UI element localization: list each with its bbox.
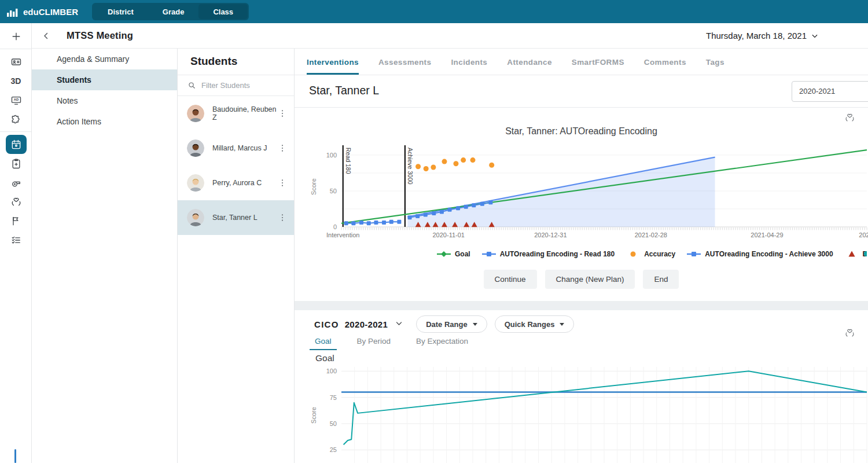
svg-text:Read 180: Read 180 (345, 148, 352, 174)
tab-interventions[interactable]: Interventions (307, 58, 359, 75)
topbar: eduCLIMBER DistrictGradeClass (0, 0, 868, 23)
legend-item-accuracy[interactable]: Accuracy (626, 250, 675, 258)
student-name-heading: Star, Tanner L (309, 84, 379, 97)
continue-button[interactable]: Continue (484, 270, 537, 289)
end-button[interactable]: End (643, 270, 679, 289)
logo-bars-icon (7, 6, 19, 17)
tab-comments[interactable]: Comments (644, 58, 686, 75)
meeting-nav-item-notes[interactable]: Notes (32, 90, 177, 111)
icon-rail: 3DAD (0, 23, 32, 463)
care-hands-icon-2[interactable] (844, 328, 855, 341)
scope-class[interactable]: Class (198, 4, 248, 19)
rail-item-puzzle-icon[interactable] (0, 109, 32, 128)
students-panel-title: Students (178, 49, 294, 75)
rail-item-checklist-icon[interactable] (0, 230, 32, 249)
student-list: Baudouine, Reuben ZMillard, Marcus JPerr… (178, 96, 294, 235)
meeting-nav-item-agenda-summary[interactable]: Agenda & Summary (32, 49, 177, 69)
change-new-plan--button[interactable]: Change (New Plan) (545, 270, 635, 289)
rail-item-care-hands-icon[interactable] (0, 192, 32, 211)
svg-text:202: 202 (859, 232, 868, 238)
student-detail: InterventionsAssessmentsIncidentsAttenda… (295, 49, 868, 463)
legend-item-autoreading-encoding-read-180[interactable]: AUTOreading Encoding - Read 180 (481, 250, 615, 258)
school-year-select[interactable]: 2020-2021 (792, 81, 868, 102)
scrollbar-thumb[interactable] (14, 449, 16, 463)
svg-text:100: 100 (326, 152, 337, 159)
rail-item-clipboard-icon[interactable] (0, 154, 32, 173)
student-filter-input[interactable] (201, 81, 277, 90)
student-row-baudouine[interactable]: Baudouine, Reuben Z (178, 96, 294, 131)
3d-text-icon: 3D (11, 76, 21, 86)
detail-tabs: InterventionsAssessmentsIncidentsAttenda… (295, 49, 868, 75)
student-filter (178, 75, 294, 96)
svg-text:Intervention: Intervention (326, 232, 359, 238)
legend-item-autoreading-encoding-achieve-3000[interactable]: AUTOreading Encoding - Achieve 3000 (686, 250, 833, 258)
student-name: Star, Tanner L (212, 214, 278, 222)
svg-text:2021-02-28: 2021-02-28 (635, 232, 667, 238)
rail-item-flag-icon[interactable] (0, 211, 32, 230)
students-panel: Students Baudouine, Reuben ZMillard, Mar… (178, 49, 295, 463)
rail-item-whistle-icon[interactable] (0, 173, 32, 192)
tab-smartforms[interactable]: SmartFORMS (572, 58, 624, 75)
rail-divider (0, 131, 31, 132)
tab-tags[interactable]: Tags (706, 58, 724, 75)
care-hands-icon[interactable] (844, 112, 855, 126)
cico-tab-by-period[interactable]: By Period (352, 337, 396, 350)
rail-item-3d-text-icon[interactable]: 3D (0, 71, 32, 90)
rail-item-id-card-icon[interactable] (0, 52, 32, 71)
svg-text:Score: Score (310, 407, 317, 424)
dropdown-arrow-icon (560, 323, 564, 326)
svg-text:100: 100 (326, 368, 337, 374)
svg-text:25: 25 (330, 446, 337, 453)
chevron-left-icon (41, 31, 52, 41)
cico-title[interactable]: CICO (314, 319, 339, 329)
tab-incidents[interactable]: Incidents (451, 58, 487, 75)
search-icon (187, 81, 196, 90)
rail-item-calendar-icon[interactable] (0, 135, 32, 154)
plan-buttons: ContinueChange (New Plan)End (295, 270, 868, 289)
cico-card: CICO 2020-2021 Date RangeQuick Ranges Go… (295, 310, 868, 463)
cico-tab-by-expectation[interactable]: By Expectation (411, 337, 473, 350)
scope-grade[interactable]: Grade (148, 4, 199, 19)
back-button[interactable] (41, 31, 52, 41)
app-logo[interactable]: eduCLIMBER (7, 6, 78, 17)
svg-text:AD: AD (13, 98, 18, 101)
student-detail-header: Star, Tanner L 2020-2021 (295, 75, 868, 108)
scope-switcher: DistrictGradeClass (92, 3, 249, 20)
cico-school-year[interactable]: 2020-2021 (345, 319, 388, 329)
cico-filter-pills: Date RangeQuick Ranges (416, 315, 574, 333)
intervention-chart-card: Star, Tanner: AUTOreading Encoding Inter… (295, 108, 868, 301)
student-row-star[interactable]: Star, Tanner L (178, 200, 294, 235)
svg-text:75: 75 (330, 394, 337, 401)
svg-text:Achieve 3000: Achieve 3000 (407, 148, 414, 185)
rail-divider (0, 49, 31, 49)
svg-text:0: 0 (333, 223, 337, 230)
student-row-millard[interactable]: Millard, Marcus J (178, 131, 294, 166)
kebab-menu-icon[interactable] (278, 178, 287, 188)
kebab-menu-icon[interactable] (278, 213, 287, 222)
rail-item-plus-icon[interactable] (0, 27, 32, 46)
svg-text:2020-11-01: 2020-11-01 (433, 232, 465, 238)
tab-attendance[interactable]: Attendance (507, 58, 552, 75)
meeting-date-dropdown[interactable]: Thursday, March 18, 2021 (706, 31, 819, 41)
meeting-date-label: Thursday, March 18, 2021 (706, 31, 807, 41)
student-row-perry[interactable]: Perry, Aurora C (178, 166, 294, 200)
chevron-down-icon (811, 32, 819, 40)
cico-chevron-down-icon[interactable] (395, 319, 403, 330)
cico-tab-goal[interactable]: Goal (310, 337, 337, 350)
avatar (187, 105, 204, 122)
date-range-dropdown[interactable]: Date Range (416, 315, 487, 333)
meeting-nav-item-action-items[interactable]: Action Items (32, 111, 177, 132)
meeting-nav-item-students[interactable]: Students (32, 69, 177, 90)
meeting-header: MTSS Meeting Thursday, March 18, 2021 (32, 23, 868, 49)
legend-item-goal[interactable]: Goal (436, 250, 470, 258)
cico-tabs: GoalBy PeriodBy Expectation (310, 337, 473, 350)
scope-district[interactable]: District (93, 4, 148, 19)
legend-item-partial (864, 251, 867, 256)
tab-assessments[interactable]: Assessments (378, 58, 431, 75)
quick-ranges-dropdown[interactable]: Quick Ranges (495, 315, 575, 333)
rail-item-ad-monitor-icon[interactable]: AD (0, 90, 32, 109)
kebab-menu-icon[interactable] (278, 144, 287, 153)
goal-chart: 255075100Score (307, 362, 868, 463)
chart-title: Star, Tanner: AUTOreading Encoding (295, 126, 868, 137)
kebab-menu-icon[interactable] (278, 109, 287, 118)
